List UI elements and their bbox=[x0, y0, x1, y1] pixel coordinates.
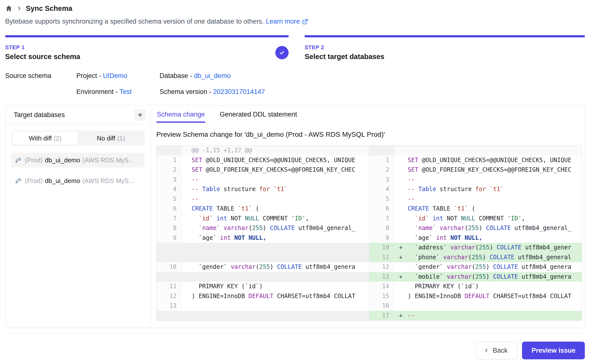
external-link-icon bbox=[302, 18, 308, 25]
line-number: 13 bbox=[157, 301, 181, 311]
code-token: -- bbox=[408, 186, 418, 193]
code-token bbox=[436, 225, 440, 231]
code-token: NOT bbox=[443, 215, 461, 222]
code-token: SET bbox=[192, 166, 202, 173]
code-token: ( bbox=[468, 205, 475, 212]
code-token: `gender` bbox=[199, 263, 227, 270]
learn-more-link[interactable]: Learn more bbox=[266, 18, 308, 25]
tab-no-diff[interactable]: No diff(1) bbox=[78, 132, 144, 145]
diff-marker bbox=[181, 175, 192, 185]
line-number: 16 bbox=[369, 301, 394, 311]
diff-right-cell: 7 `id` int NOT NULL COMMENT 'ID', bbox=[369, 214, 582, 224]
line-number bbox=[369, 146, 394, 155]
step-1-kicker: STEP 1 bbox=[5, 44, 80, 51]
target-database-item[interactable]: (Prod)db_ui_demo(AWS RDS MyS… bbox=[11, 173, 145, 188]
diff-marker bbox=[181, 146, 192, 155]
line-number: 6 bbox=[157, 204, 181, 214]
step-2: STEP 2 Select target databases bbox=[305, 35, 585, 61]
diff-right-cell: 6CREATE TABLE `t1` ( bbox=[369, 204, 582, 214]
home-icon[interactable] bbox=[5, 5, 13, 12]
diff-left-cell: 11 PRIMARY KEY (`id`) bbox=[157, 282, 369, 291]
code-token: SET bbox=[408, 166, 418, 173]
diff-marker bbox=[181, 184, 192, 194]
line-number bbox=[157, 272, 181, 282]
code-token bbox=[192, 263, 199, 270]
source-field-value-link[interactable]: 20230317014147 bbox=[213, 88, 265, 95]
code-token: TABLE bbox=[429, 205, 454, 212]
diff-marker: + bbox=[394, 311, 408, 321]
diff-marker bbox=[181, 243, 192, 253]
code-token: -- bbox=[192, 176, 199, 183]
tab-with-diff[interactable]: With diff(2) bbox=[12, 132, 78, 145]
diff-left-cell bbox=[157, 243, 369, 253]
diff-right-cell: 10+ `address` varchar(255) COLLATE utf8m… bbox=[369, 243, 582, 253]
add-target-database-button[interactable]: + bbox=[134, 109, 146, 121]
tab-label: With diff bbox=[29, 135, 52, 142]
page-description: Bytebase supports synchronizing a specif… bbox=[5, 18, 585, 25]
source-field-value-link[interactable]: db_ui_demo bbox=[194, 72, 231, 79]
source-field-label: Project - bbox=[76, 72, 103, 79]
sync-schema-page: Sync Schema Bytebase supports synchroniz… bbox=[0, 0, 590, 359]
code-token bbox=[443, 273, 447, 280]
line-number: 5 bbox=[369, 194, 394, 204]
diff-right-cell: 17+-- bbox=[369, 311, 582, 321]
code-token: structure bbox=[436, 186, 475, 193]
db-instance: (AWS RDS MyS… bbox=[82, 177, 135, 185]
target-database-item[interactable]: (Prod)db_ui_demo(AWS RDS MyS… bbox=[11, 153, 145, 167]
code-token bbox=[443, 263, 447, 270]
code-token bbox=[408, 254, 415, 261]
code-token bbox=[192, 234, 199, 241]
diff-marker bbox=[181, 311, 192, 321]
target-databases-title: Target databases bbox=[14, 111, 65, 119]
diff-left-cell: 9 `age` int NOT NULL, bbox=[157, 233, 369, 243]
tab-label: No diff bbox=[97, 135, 115, 142]
code-token: 255 bbox=[259, 263, 270, 270]
line-number: 15 bbox=[369, 291, 394, 301]
back-button[interactable]: Back bbox=[476, 342, 518, 359]
breadcrumb: Sync Schema bbox=[5, 3, 585, 13]
diff-left-cell: 6CREATE TABLE `t1` ( bbox=[157, 204, 369, 214]
tab-generated-ddl-statement[interactable]: Generated DDL statement bbox=[219, 111, 297, 123]
code-token: `name` bbox=[199, 225, 220, 231]
code-token: int bbox=[216, 215, 227, 222]
code-token: -- bbox=[408, 312, 415, 319]
code-token: int bbox=[433, 215, 443, 222]
schema-preview-panel: Schema changeGenerated DDL statement Pre… bbox=[151, 105, 585, 327]
code-line bbox=[192, 243, 369, 253]
diff-marker bbox=[394, 194, 408, 204]
code-token: 255 bbox=[468, 225, 479, 231]
code-token: CREATE bbox=[192, 205, 213, 212]
diff-left-cell bbox=[157, 311, 369, 321]
diff-right-cell: 9 `age` int NOT NULL, bbox=[369, 233, 582, 243]
code-token bbox=[433, 234, 436, 241]
code-token: ) bbox=[486, 263, 493, 270]
code-line: -- Table structure for `t1` bbox=[408, 184, 582, 194]
code-line: `gender` varchar(255) COLLATE utf8mb4_ge… bbox=[192, 262, 369, 272]
code-token: 255 bbox=[252, 225, 263, 231]
tab-schema-change[interactable]: Schema change bbox=[156, 111, 205, 123]
diff-marker bbox=[394, 301, 408, 311]
code-token bbox=[192, 225, 199, 231]
code-token: `phone` bbox=[415, 254, 440, 261]
preview-issue-button[interactable]: Preview issue bbox=[522, 342, 585, 359]
target-database-list: (Prod)db_ui_demo(AWS RDS MyS…(Prod)db_ui… bbox=[11, 153, 145, 188]
code-line: SET @OLD_UNIQUE_CHECKS=@@UNIQUE_CHECKS, … bbox=[192, 155, 369, 165]
code-token: COMMENT bbox=[475, 215, 507, 222]
code-line: SET @OLD_UNIQUE_CHECKS=@@UNIQUE_CHECKS, … bbox=[408, 155, 582, 165]
code-line: ) ENGINE=InnoDB DEFAULT CHARSET=utf8mb4 … bbox=[408, 291, 582, 301]
diff-marker bbox=[181, 155, 192, 165]
step-2-progress-bar bbox=[305, 35, 585, 37]
code-token: Table bbox=[202, 186, 220, 193]
code-line: SET @OLD_FOREIGN_KEY_CHECKS=@@FOREIGN_KE… bbox=[192, 165, 369, 175]
code-token: `t1` bbox=[454, 205, 468, 212]
code-token bbox=[220, 225, 224, 231]
code-line: -- bbox=[192, 175, 369, 185]
page-title: Sync Schema bbox=[26, 4, 72, 13]
code-token: 255 bbox=[475, 273, 486, 280]
source-field-value-link[interactable]: UIDemo bbox=[103, 72, 127, 79]
source-field-value-link[interactable]: Test bbox=[119, 88, 132, 95]
db-environment: (Prod) bbox=[25, 177, 43, 185]
code-line: -- bbox=[408, 175, 582, 185]
diff-left-cell: 4-- Table structure for `t1` bbox=[157, 184, 369, 194]
code-token: ( bbox=[475, 244, 479, 251]
